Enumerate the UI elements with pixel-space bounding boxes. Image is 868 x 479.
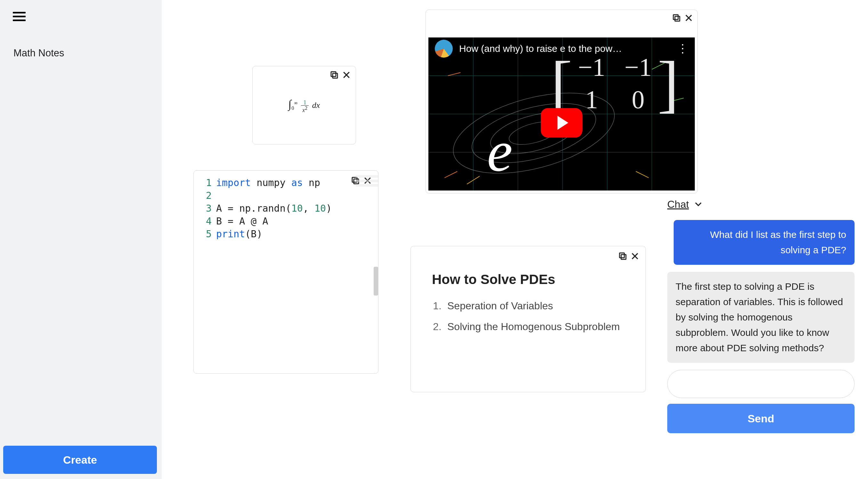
send-button[interactable]: Send (667, 404, 855, 433)
canvas: ∫0∞ 1x2 dx 1 2 3 4 5 import numpy as np (162, 0, 868, 479)
chat-panel: Chat What did I list as the first step t… (667, 198, 855, 433)
pde-steps-list: 1.Seperation of Variables 2.Solving the … (432, 300, 624, 333)
code-card[interactable]: 1 2 3 4 5 import numpy as np A = np.rand… (193, 170, 378, 374)
formula-card[interactable]: ∫0∞ 1x2 dx (252, 66, 356, 145)
svg-rect-1 (331, 72, 336, 76)
more-icon[interactable]: ⋮ (677, 42, 688, 55)
chat-toggle[interactable]: Chat (667, 198, 855, 211)
chat-input[interactable] (667, 370, 855, 398)
formula-content: ∫0∞ 1x2 dx (288, 97, 320, 113)
workspace-title: Math Notes (13, 47, 162, 59)
code-lines[interactable]: import numpy as np A = np.randn(10, 10) … (216, 175, 378, 373)
play-button[interactable] (541, 108, 582, 138)
list-item: 1.Seperation of Variables (432, 300, 624, 312)
chat-message-user: What did I list as the first step to sol… (674, 220, 855, 265)
svg-rect-8 (675, 16, 680, 21)
scrollbar[interactable] (374, 267, 378, 295)
sidebar: Math Notes Create (0, 0, 162, 479)
svg-rect-32 (620, 253, 624, 258)
copy-icon[interactable] (672, 13, 681, 23)
copy-icon[interactable] (330, 70, 339, 80)
channel-avatar[interactable] (435, 40, 453, 58)
chat-message-bot: The first step to solving a PDE is separ… (667, 272, 855, 363)
minimap[interactable] (356, 175, 378, 194)
svg-rect-0 (333, 73, 338, 78)
svg-rect-9 (673, 15, 678, 20)
e-glyph: e (487, 118, 513, 185)
pde-card[interactable]: How to Solve PDEs 1.Seperation of Variab… (410, 246, 646, 392)
list-item: 2.Solving the Homogenous Subproblem (432, 321, 624, 333)
video-titlebar: How (and why) to raise e to the pow… ⋮ (428, 37, 695, 60)
close-icon[interactable] (630, 251, 640, 261)
video-thumbnail[interactable]: e [ −1−1 10 ] (428, 37, 695, 191)
svg-rect-31 (621, 255, 626, 259)
close-icon[interactable] (342, 70, 351, 80)
copy-icon[interactable] (618, 251, 627, 261)
video-card[interactable]: How (and why) to raise e to the pow… ⋮ (426, 10, 698, 193)
chat-label: Chat (667, 198, 689, 211)
create-button[interactable]: Create (3, 446, 157, 474)
chevron-down-icon (693, 199, 703, 210)
video-title: How (and why) to raise e to the pow… (459, 43, 622, 54)
code-editor[interactable]: 1 2 3 4 5 import numpy as np A = np.rand… (194, 171, 378, 373)
menu-icon[interactable] (13, 10, 162, 23)
pde-heading: How to Solve PDEs (432, 272, 624, 287)
line-gutter: 1 2 3 4 5 (194, 175, 216, 373)
close-icon[interactable] (684, 13, 693, 23)
matrix-overlay: [ −1−1 10 ] (551, 53, 679, 114)
